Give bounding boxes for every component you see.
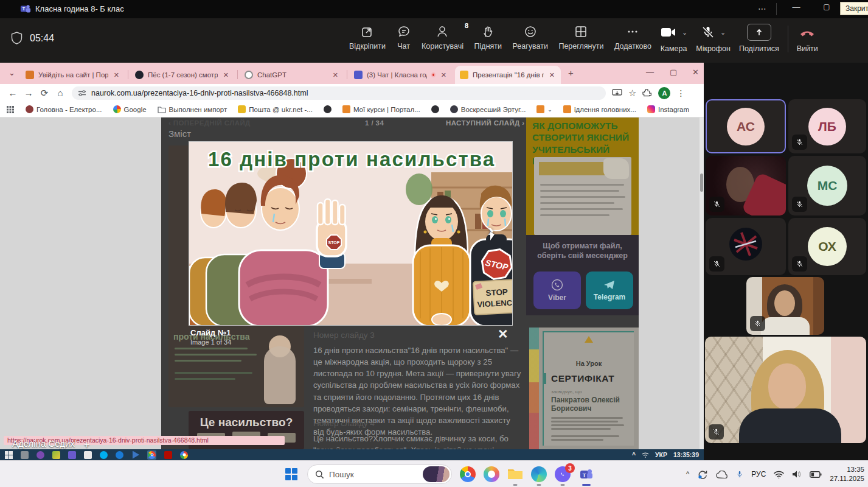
react-button[interactable]: Реагувати xyxy=(510,23,550,52)
tray-chevron-icon[interactable]: ^ xyxy=(632,451,636,458)
zoom-in-control[interactable]: + xyxy=(84,440,89,450)
lightbox-slide-image[interactable]: STOP xyxy=(189,141,513,326)
chrome-taskbar-icon[interactable] xyxy=(460,466,476,482)
chrome-taskbar-active[interactable] xyxy=(147,450,156,460)
chat-button[interactable]: Чат xyxy=(394,23,414,52)
bookmark-google[interactable]: Google xyxy=(113,105,147,113)
page-scrollbar[interactable] xyxy=(700,117,704,449)
apps-grid-icon[interactable] xyxy=(6,105,15,114)
more-button[interactable]: Додатково xyxy=(612,23,654,52)
google-app-icon[interactable] xyxy=(180,451,188,459)
prev-slide-link[interactable]: ‹ ПОПЕРЕДНІЙ СЛАЙД xyxy=(168,119,251,127)
view-button[interactable]: Переглянути xyxy=(556,23,606,52)
tab-close-icon[interactable]: ✕ xyxy=(113,71,120,79)
globe-favicon[interactable] xyxy=(431,105,439,113)
feather-app-icon[interactable] xyxy=(36,451,44,459)
bookmark-news[interactable]: ідлення головних... xyxy=(563,105,636,113)
share-button[interactable]: Поділитися xyxy=(739,23,779,53)
back-icon[interactable]: ← xyxy=(5,88,21,98)
bookmark-import-folder[interactable]: Выполнен импорт xyxy=(158,106,227,113)
viber-taskbar-icon[interactable]: 3 xyxy=(555,466,571,482)
tab-close-icon[interactable]: ✕ xyxy=(548,71,556,79)
lightbox-close-icon[interactable]: ✕ xyxy=(498,327,509,342)
tab-close-icon[interactable]: ✕ xyxy=(222,71,230,79)
file-explorer-icon[interactable] xyxy=(507,466,523,482)
participants-button[interactable]: 8 Користувачі xyxy=(419,23,466,52)
scrollbar-thumb[interactable] xyxy=(700,173,703,192)
participant-tile-LB[interactable]: ЛБ xyxy=(788,99,866,153)
teams-taskbar-icon[interactable]: T xyxy=(578,466,594,482)
raise-hand-button[interactable]: Підняти xyxy=(472,23,504,52)
browser-minimize-button[interactable]: — xyxy=(646,68,654,77)
tray-mic-icon[interactable] xyxy=(736,469,743,479)
wifi-icon[interactable] xyxy=(774,471,784,478)
bookmark-home[interactable]: Головна - Електро... xyxy=(26,105,102,113)
tab-portal[interactable]: Увійдіть на сайт | Портал дист ✕ xyxy=(21,66,125,84)
photos-icon[interactable] xyxy=(52,451,60,459)
sync-icon[interactable] xyxy=(697,469,708,479)
tab-search-chevron-icon[interactable]: ⌄ xyxy=(9,68,15,77)
participant-video-2[interactable] xyxy=(746,277,824,335)
minimize-button[interactable]: — xyxy=(787,2,805,16)
participant-tile-OX[interactable]: ОХ xyxy=(788,218,866,275)
skype-icon[interactable] xyxy=(100,451,108,459)
tab-teams-chat[interactable]: (3) Чат | Класна година 8- ✕ xyxy=(349,66,453,84)
bookmark-courses[interactable]: Мої курси | Портал... xyxy=(342,105,420,113)
install-icon[interactable] xyxy=(612,89,622,97)
next-slide-link[interactable]: НАСТУПНИЙ СЛАЙД › xyxy=(446,119,525,127)
search-box[interactable]: Пошук xyxy=(307,464,452,484)
acrobat-icon[interactable] xyxy=(164,451,172,459)
media-play-icon[interactable] xyxy=(131,451,139,459)
camera-button[interactable]: ⌄ Камера xyxy=(660,23,687,53)
app-icon[interactable] xyxy=(68,451,76,459)
blog-banner[interactable]: ЯК ДОПОМОЖУТЬ СТВОРИТИ ЯКІСНИЙ УЧИТЕЛЬСЬ… xyxy=(526,117,639,315)
bookmark-star-icon[interactable]: ☆ xyxy=(628,88,636,99)
bookmark-ertugrul[interactable]: Воскресший Эртуг... xyxy=(450,105,526,113)
word-icon[interactable] xyxy=(84,451,92,459)
tray-language[interactable]: РУС xyxy=(751,470,766,478)
search-daily-image[interactable] xyxy=(423,466,450,482)
home-icon[interactable]: ⌂ xyxy=(52,88,68,98)
copilot-icon[interactable] xyxy=(484,466,499,482)
restore-button[interactable]: ▢ xyxy=(818,2,836,16)
popout-button[interactable]: Відкріпити xyxy=(347,23,388,52)
bookmark-instagram[interactable]: Instagram xyxy=(647,105,689,113)
start-button[interactable] xyxy=(283,466,299,482)
tab-chatgpt[interactable]: ChatGPT ✕ xyxy=(240,66,344,84)
bookmark-mail[interactable]: Пошта @ ukr.net -... xyxy=(238,105,313,113)
participant-tile-avatar-image[interactable] xyxy=(706,218,786,275)
camera-chevron-icon[interactable]: ⌄ xyxy=(682,29,687,37)
start-icon[interactable] xyxy=(5,451,13,459)
mic-button[interactable]: ⌄ Мікрофон xyxy=(696,23,731,53)
mic-chevron-icon[interactable]: ⌄ xyxy=(720,29,726,37)
network-icon[interactable] xyxy=(642,452,649,458)
tab-pes[interactable]: Пёс (1-7 сезон) смотреть онл ✕ xyxy=(130,66,235,84)
viber-button[interactable]: Viber xyxy=(533,272,581,309)
participant-video-3[interactable] xyxy=(705,337,866,443)
titlebar-more-icon[interactable]: ⋯ xyxy=(758,4,768,13)
telegram-button[interactable]: Telegram xyxy=(586,272,633,309)
tab-presentation-active[interactable]: Презентація "16 днів проти н ✕ xyxy=(455,66,561,84)
tab-close-icon[interactable]: ✕ xyxy=(440,71,448,79)
tab-close-icon[interactable]: ✕ xyxy=(332,71,339,79)
moviemaker-icon[interactable] xyxy=(21,451,29,459)
browser-menu-icon[interactable]: ⋮ xyxy=(676,88,685,98)
site-info-icon[interactable] xyxy=(78,89,86,97)
leave-button[interactable]: Вийти xyxy=(797,23,818,53)
certificate-preview[interactable]: На Урок СЕРТИФІКАТ засвідчує, що Панкрат… xyxy=(529,328,639,449)
onedrive-cloud-icon[interactable] xyxy=(716,471,728,478)
language-indicator[interactable]: УКР xyxy=(655,451,667,458)
profile-avatar[interactable]: A xyxy=(658,87,670,99)
reload-icon[interactable]: ⟳ xyxy=(36,88,52,99)
participant-tile-MC[interactable]: МС xyxy=(788,156,866,215)
tray-expand-icon[interactable]: ^ xyxy=(686,470,690,478)
participant-video-1[interactable] xyxy=(706,156,786,215)
taskbar-clock[interactable]: 13:35 27.11.2025 xyxy=(830,465,864,483)
forward-icon[interactable]: → xyxy=(21,88,36,98)
battery-icon[interactable] xyxy=(810,471,822,478)
globe-favicon[interactable] xyxy=(324,105,332,113)
address-bar[interactable]: naurok.com.ua/prezentaciya-16-dniv-proti… xyxy=(72,86,606,100)
edge-legacy-icon[interactable] xyxy=(116,451,123,459)
browser-maximize-button[interactable]: ▢ xyxy=(670,68,677,77)
speaker-icon[interactable] xyxy=(792,470,802,478)
